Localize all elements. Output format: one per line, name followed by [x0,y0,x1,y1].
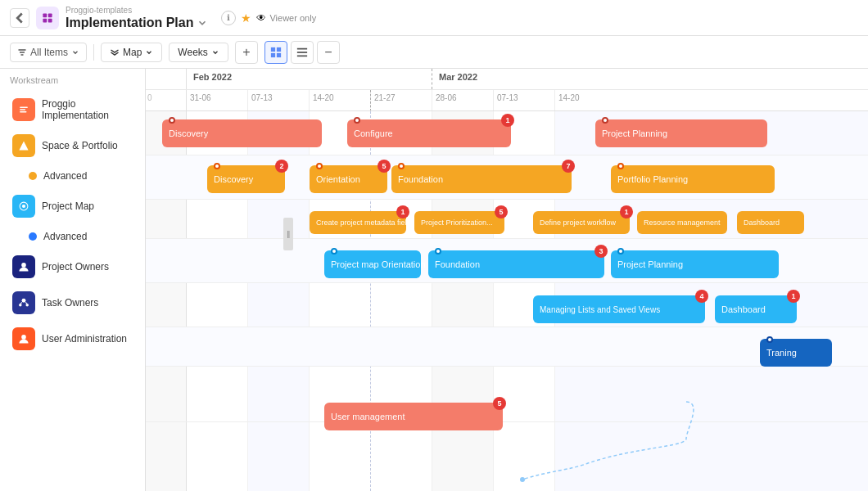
bar-foundation2-badge: 3 [594,245,608,258]
svg-marker-17 [19,141,28,150]
bar-foundation2[interactable]: Foundation 3 [428,250,604,278]
svg-rect-3 [48,18,52,22]
bar-orientation1[interactable]: Orientation 5 [310,165,387,193]
list-view-button[interactable] [291,41,314,64]
main-content: Workstream Proggio Implementation Space … [0,69,868,491]
weeks-label: Weeks [178,47,207,58]
bar-user-mgmt[interactable]: User management 5 [324,403,503,430]
project-map-label: Project Map [42,200,94,212]
sidebar-item-project-owners[interactable]: Project Owners [0,249,145,285]
gantt-chart: Feb 2022 Mar 2022 0 31-06 07-13 14-20 21… [146,69,868,491]
svg-rect-10 [277,52,281,56]
bar-user-mgmt-badge: 5 [493,397,506,410]
svg-rect-14 [20,107,28,108]
gantt-body: ‖ Discovery Configure 1 [146,111,868,491]
svg-rect-12 [297,52,307,53]
svg-rect-7 [271,47,275,51]
task-owners-icon [12,291,35,314]
bar-project-map-or[interactable]: Project map Orientation [324,250,421,278]
bar-training[interactable]: Traning [760,339,832,367]
sidebar-header: Workstream [0,69,145,92]
svg-rect-11 [297,47,307,49]
advanced1-dot [29,172,37,180]
advanced1-label: Advanced [43,170,87,182]
toolbar: All Items Map Weeks + − [0,36,868,69]
map-label: Map [123,47,142,58]
svg-rect-15 [20,109,25,110]
bar-dashboard2[interactable]: Dashboard 1 [715,295,797,323]
bar-discovery2[interactable]: Discovery 2 [207,165,285,193]
advanced2-dot [29,232,37,241]
sidebar-item-advanced1[interactable]: Advanced [0,164,145,188]
sidebar-item-space[interactable]: Space & Portfolio [0,128,145,164]
app-container: Proggio-templates Implementation Plan ℹ … [0,0,868,491]
bar-portfolio-planning[interactable]: Portfolio Planning [611,165,775,193]
bar-prior-badge: 5 [495,205,508,218]
header: Proggio-templates Implementation Plan ℹ … [0,0,868,36]
header-actions: ℹ ★ 👁 Viewer only [221,11,316,25]
bar-create-project[interactable]: Create project metadata fields 1 [310,211,406,234]
sidebar-item-proggio[interactable]: Proggio Implementation [0,92,145,128]
svg-rect-13 [297,55,307,56]
bar-project-planning1[interactable]: Project Planning [595,119,767,147]
bar-managing-lists[interactable]: Managing Lists and Saved Views 4 [533,295,705,323]
sidebar-item-user-admin[interactable]: User Administration [0,321,145,357]
weeks-select[interactable]: Weeks [169,43,228,62]
user-admin-icon [12,327,35,350]
bar-discovery1[interactable]: Discovery [162,119,322,147]
bar-define-workflow[interactable]: Define project workflow 1 [533,211,630,234]
sidebar-item-project-map[interactable]: Project Map [0,188,145,224]
bar-project-prior[interactable]: Project Prioritization... 5 [414,211,504,234]
proggio-label: Proggio Implementation [42,98,135,121]
svg-rect-9 [271,52,275,56]
week-header: 0 31-06 07-13 14-20 21-27 28-06 07-13 14… [146,90,868,110]
star-icon[interactable]: ★ [241,11,251,25]
bar-foundation1-badge: 7 [562,160,575,173]
cal-controls: − [264,41,340,64]
svg-point-23 [25,304,29,307]
viewer-label: Viewer only [269,13,316,23]
bar-dashboard1[interactable]: Dashboard [737,211,804,234]
back-button[interactable] [10,8,29,28]
bar-project-planning2[interactable]: Project Planning [611,250,779,278]
svg-point-19 [22,205,25,208]
month-mar: Mar 2022 [432,69,868,89]
bar-resource-mgmt[interactable]: Resource management [637,211,727,234]
grid-view-button[interactable] [264,41,287,64]
minus-button[interactable]: − [317,41,340,64]
svg-point-27 [520,477,525,482]
sidebar: Workstream Proggio Implementation Space … [0,69,146,491]
svg-point-20 [21,263,26,268]
bar-configure[interactable]: Configure 1 [347,119,511,147]
map-select[interactable]: Map [101,43,162,62]
collapse-button[interactable]: ‖ [283,218,293,250]
separator1 [93,44,94,61]
bar-workflow-badge: 1 [620,205,633,218]
svg-rect-0 [43,13,47,17]
svg-rect-16 [20,111,26,112]
svg-point-22 [19,304,22,307]
svg-point-26 [21,335,26,340]
svg-rect-1 [48,13,52,17]
project-map-icon [12,195,35,218]
breadcrumb: Proggio-templates [66,6,208,15]
project-owners-label: Project Owners [42,261,109,273]
user-admin-label: User Administration [42,333,127,345]
bar-foundation1[interactable]: Foundation 7 [391,165,572,193]
proggio-icon [12,98,35,121]
advanced2-label: Advanced [43,231,87,242]
space-label: Space & Portfolio [42,140,118,151]
page-title: Implementation Plan [66,16,208,30]
sidebar-item-task-owners[interactable]: Task Owners [0,285,145,321]
svg-line-25 [25,302,27,304]
gantt-header: Feb 2022 Mar 2022 0 31-06 07-13 14-20 21… [146,69,868,111]
info-icon[interactable]: ℹ [221,11,236,25]
bar-create-badge: 1 [396,205,409,218]
svg-rect-2 [43,18,47,22]
bar-configure-badge: 1 [501,114,514,127]
sidebar-item-advanced2[interactable]: Advanced [0,224,145,249]
svg-point-21 [22,299,26,303]
task-owners-label: Task Owners [42,297,98,309]
add-button[interactable]: + [235,41,258,64]
filter-button[interactable]: All Items [10,43,87,62]
